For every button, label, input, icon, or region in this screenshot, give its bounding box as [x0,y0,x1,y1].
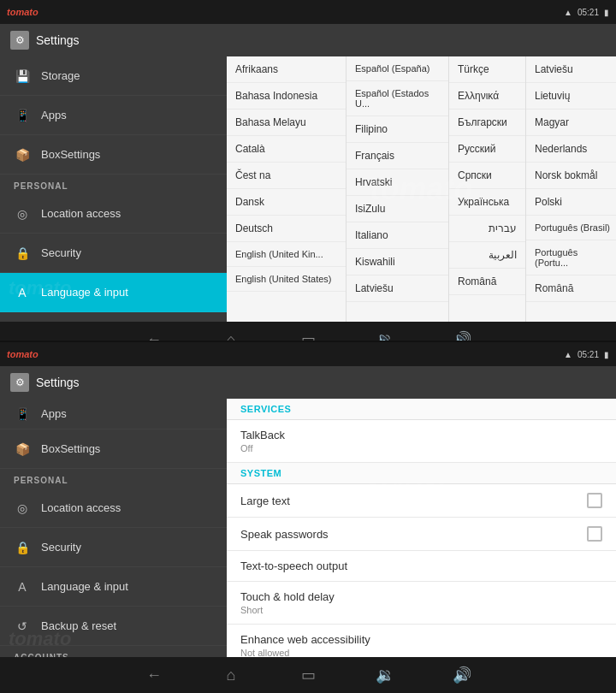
sidebar-label-boxsettings-b: BoxSettings [41,442,100,455]
tts-item[interactable]: Text-to-speech output [227,551,616,582]
lang-deutsch[interactable]: Deutsch [227,216,346,242]
speak-passwords-item[interactable]: Speak passwords [227,518,616,551]
sidebar-item-location[interactable]: ◎ Location access [0,194,227,234]
time-display: 05:21 [578,8,599,17]
status-area: ▲ 05:21 ▮ [564,8,609,17]
settings-header-bottom: ⚙ Settings [0,366,616,399]
lang-dansk[interactable]: Dansk [227,189,346,216]
lang-cestna[interactable]: Čest na [227,163,346,189]
lang-arabic[interactable]: العربية [449,242,525,269]
personal-section-label: PERSONAL [0,175,227,194]
large-text-item[interactable]: Large text [227,484,616,518]
lang-afrikaans[interactable]: Afrikaans [227,56,346,83]
touch-delay-value: Short [240,605,335,615]
home-button-bottom[interactable]: ⌂ [218,665,244,685]
sidebar-item-apps-b[interactable]: 📱 Apps [0,399,227,429]
lang-italiano[interactable]: Italiano [346,222,448,249]
language-icon-b: A [14,578,31,595]
sidebar-item-language[interactable]: A Language & input [0,273,227,312]
lang-norsk[interactable]: Norsk bokmål [526,163,616,189]
lang-port-brasil[interactable]: Português (Brasil) [526,216,616,240]
lang-filipino[interactable]: Filipino [346,116,448,143]
lang-lietuvy[interactable]: Lietuvių [526,83,616,110]
touch-delay-title: Touch & hold delay [240,590,335,603]
bottom-wifi-icon: ▲ [564,350,572,359]
lang-catala[interactable]: Català [227,136,346,163]
lang-kiswahili[interactable]: Kiswahili [346,249,448,275]
lang-bahasa-indo[interactable]: Bahasa Indonesia [227,83,346,110]
language-icon: A [14,284,31,301]
sidebar-label-storage: Storage [41,69,80,82]
bottom-logo: tomato [7,349,38,359]
lang-ukrainska[interactable]: Українська [449,189,525,216]
lang-english-us[interactable]: English (United States) [227,267,346,292]
back-button-bottom[interactable]: ← [141,665,167,685]
sidebar-item-boxsettings[interactable]: 📦 BoxSettings [0,135,227,175]
lang-hrvatski[interactable]: Hrvatski [346,169,448,196]
sidebar-item-language-b[interactable]: A Language & input [0,567,227,607]
enhance-web-item[interactable]: Enhance web accessibility Not allowed [227,625,616,657]
lang-balgarski[interactable]: Български [449,110,525,136]
speak-passwords-info: Speak passwords [240,528,329,541]
lang-latviesu2[interactable]: Latviešu [346,275,448,302]
sidebar-item-storage[interactable]: 💾 Storage [0,56,227,96]
vol-up-bottom[interactable]: 🔊 [449,665,475,685]
lang-polski[interactable]: Polski [526,189,616,216]
talkback-info: TalkBack Off [240,429,285,453]
lang-english-uk[interactable]: English (United Kin... [227,242,346,267]
lang-ivrit[interactable]: עברית [449,216,525,242]
talkback-value: Off [240,443,285,453]
sidebar-label-security: Security [41,246,81,259]
touch-delay-item[interactable]: Touch & hold delay Short [227,582,616,625]
apps-icon-b: 📱 [14,406,31,423]
lang-latviesu[interactable]: Latviešu [526,56,616,83]
top-logo: tomato [7,7,38,17]
sidebar-label-language-b: Language & input [41,580,128,593]
bottom-time: 05:21 [578,350,599,359]
personal-section-label-b: PERSONAL [0,469,227,489]
lang-ellinika[interactable]: Ελληνικά [449,83,525,110]
large-text-checkbox[interactable] [587,493,602,508]
lang-espanol-us[interactable]: Español (Estados U... [346,81,448,116]
recent-button-bottom[interactable]: ▭ [295,665,321,685]
sidebar-item-apps[interactable]: 📱 Apps [0,96,227,135]
location-icon: ◎ [14,205,31,222]
lang-nederlands[interactable]: Nederlands [526,136,616,163]
sidebar-label-language: Language & input [41,286,128,299]
lang-magyar[interactable]: Magyar [526,110,616,136]
sidebar-label-location-b: Location access [41,501,121,514]
lang-russki[interactable]: Русский [449,136,525,163]
sidebar-item-boxsettings-b[interactable]: 📦 BoxSettings [0,429,227,469]
speak-passwords-checkbox[interactable] [587,526,602,542]
sidebar-top: 💾 Storage 📱 Apps 📦 BoxSettings PERSONAL … [0,56,227,322]
lang-port-porto[interactable]: Português (Portu... [526,240,616,275]
lang-romana3[interactable]: Română [526,275,616,302]
accounts-section-label-b: ACCOUNTS [0,646,227,657]
settings-header-top: ⚙ Settings [0,24,616,56]
tts-title: Text-to-speech output [240,560,347,572]
boxsettings-icon: 📦 [14,146,31,163]
sidebar-item-security-b[interactable]: 🔒 Security [0,528,227,567]
bottom-status-bar: tomato ▲ 05:21 ▮ [0,342,616,366]
lang-romana2[interactable]: Română [449,269,525,295]
sidebar-item-security[interactable]: 🔒 Security [0,234,227,273]
bottom-content-area: 📱 Apps 📦 BoxSettings PERSONAL ◎ Location… [0,399,616,657]
bottom-panel: tomato ▲ 05:21 ▮ ⚙ Settings 📱 Apps 📦 Box… [0,342,616,693]
sidebar-item-location-b[interactable]: ◎ Location access [0,489,227,528]
apps-icon: 📱 [14,107,31,124]
sidebar-item-backup[interactable]: ↺ Backup & reset [0,312,227,322]
lang-srpski[interactable]: Српски [449,163,525,189]
lang-turkce[interactable]: Türkçe [449,56,525,83]
settings-title-top: Settings [36,33,80,47]
vol-down-bottom[interactable]: 🔉 [372,665,398,685]
lang-espanol-es[interactable]: Español (España) [346,56,448,81]
large-text-info: Large text [240,495,290,507]
lang-bahasa-melayu[interactable]: Bahasa Melayu [227,110,346,136]
accessibility-panel: SERVICES TalkBack Off SYSTEM Large text [227,399,616,657]
battery-icon: ▮ [604,8,609,17]
talkback-item[interactable]: TalkBack Off [227,420,616,463]
lang-francais[interactable]: Français [346,143,448,169]
settings-title-bottom: Settings [36,376,80,389]
sidebar-item-backup-b[interactable]: ↺ Backup & reset [0,607,227,646]
lang-isizulu[interactable]: IsiZulu [346,196,448,222]
